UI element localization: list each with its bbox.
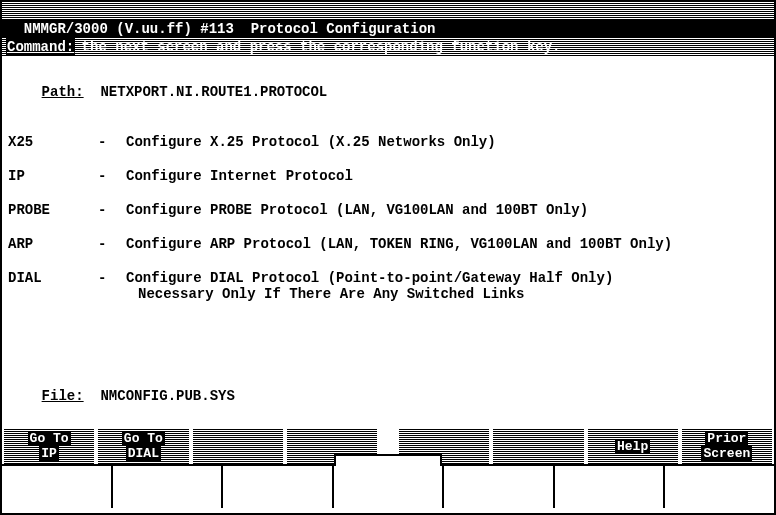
option-key: PROBE bbox=[8, 202, 98, 218]
bottom-box-2 bbox=[113, 466, 224, 508]
fkey-line1: Prior bbox=[705, 431, 748, 446]
option-desc2: Necessary Only If There Are Any Switched… bbox=[138, 286, 768, 302]
option-row-ip: IP- Configure Internet Protocol bbox=[8, 168, 768, 184]
file-row: File: NMCONFIG.PUB.SYS bbox=[8, 372, 235, 420]
option-desc: Configure PROBE Protocol (LAN, VG100LAN … bbox=[126, 202, 768, 218]
fkey-2[interactable]: Go ToDIAL bbox=[98, 428, 188, 464]
option-key: X25 bbox=[8, 134, 98, 150]
fkey-3 bbox=[193, 428, 283, 464]
fkey-line2: Screen bbox=[701, 446, 752, 461]
bottom-box-4 bbox=[334, 466, 445, 508]
fkey-line1: Help bbox=[615, 439, 650, 454]
bottom-box-1 bbox=[2, 466, 113, 508]
option-desc: Configure ARP Protocol (LAN, TOKEN RING,… bbox=[126, 236, 768, 252]
fkey-6 bbox=[493, 428, 583, 464]
dash: - bbox=[98, 270, 126, 286]
dash: - bbox=[98, 168, 126, 184]
main-panel: Path: NETXPORT.NI.ROUTE1.PROTOCOL X25- C… bbox=[2, 56, 774, 428]
option-row-dial: DIAL- Configure DIAL Protocol (Point-to-… bbox=[8, 270, 768, 286]
bottom-box-7 bbox=[665, 466, 774, 508]
path-label: Path: bbox=[42, 84, 84, 100]
option-row-probe: PROBE- Configure PROBE Protocol (LAN, VG… bbox=[8, 202, 768, 218]
fkey-line2: IP bbox=[39, 446, 59, 461]
option-row-x25: X25- Configure X.25 Protocol (X.25 Netwo… bbox=[8, 134, 768, 150]
option-key: IP bbox=[8, 168, 98, 184]
fkey-7[interactable]: Help bbox=[588, 428, 678, 464]
command-bar: Command: bbox=[2, 38, 774, 56]
dash: - bbox=[98, 236, 126, 252]
file-label: File: bbox=[42, 388, 84, 404]
title-bar: NMMGR/3000 (V.uu.ff) #113 Protocol Confi… bbox=[2, 2, 774, 20]
fkey-line1 bbox=[326, 431, 338, 446]
fkey-line1: Go To bbox=[28, 431, 71, 446]
option-desc: Configure DIAL Protocol (Point-to-point/… bbox=[126, 270, 768, 286]
command-input[interactable] bbox=[75, 38, 774, 56]
option-desc: Configure X.25 Protocol (X.25 Networks O… bbox=[126, 134, 768, 150]
dash: - bbox=[98, 134, 126, 150]
path-value: NETXPORT.NI.ROUTE1.PROTOCOL bbox=[100, 84, 327, 100]
fkey-line2: DIAL bbox=[126, 446, 161, 461]
options-list: X25- Configure X.25 Protocol (X.25 Netwo… bbox=[8, 134, 768, 302]
app-title: NMMGR/3000 (V.uu.ff) #113 Protocol Confi… bbox=[23, 21, 437, 37]
option-key: ARP bbox=[8, 236, 98, 252]
bottom-boxes bbox=[2, 464, 774, 508]
path-row: Path: NETXPORT.NI.ROUTE1.PROTOCOL bbox=[8, 68, 768, 116]
fkey-line1 bbox=[232, 431, 244, 446]
bottom-box-3 bbox=[223, 466, 334, 508]
option-desc: Configure Internet Protocol bbox=[126, 168, 768, 184]
command-label: Command: bbox=[6, 38, 75, 56]
fkey-line1 bbox=[532, 431, 544, 446]
fkey-line1: Go To bbox=[122, 431, 165, 446]
bottom-box-5 bbox=[444, 466, 555, 508]
dash: - bbox=[98, 202, 126, 218]
fkey-1[interactable]: Go ToIP bbox=[4, 428, 94, 464]
fkey-8[interactable]: PriorScreen bbox=[682, 428, 772, 464]
file-value: NMCONFIG.PUB.SYS bbox=[100, 388, 234, 404]
fkey-line2 bbox=[232, 446, 244, 461]
option-key: DIAL bbox=[8, 270, 98, 286]
option-row-arp: ARP- Configure ARP Protocol (LAN, TOKEN … bbox=[8, 236, 768, 252]
fkey-line2 bbox=[532, 446, 544, 461]
fkey-line1 bbox=[438, 431, 450, 446]
bottom-box-6 bbox=[555, 466, 666, 508]
